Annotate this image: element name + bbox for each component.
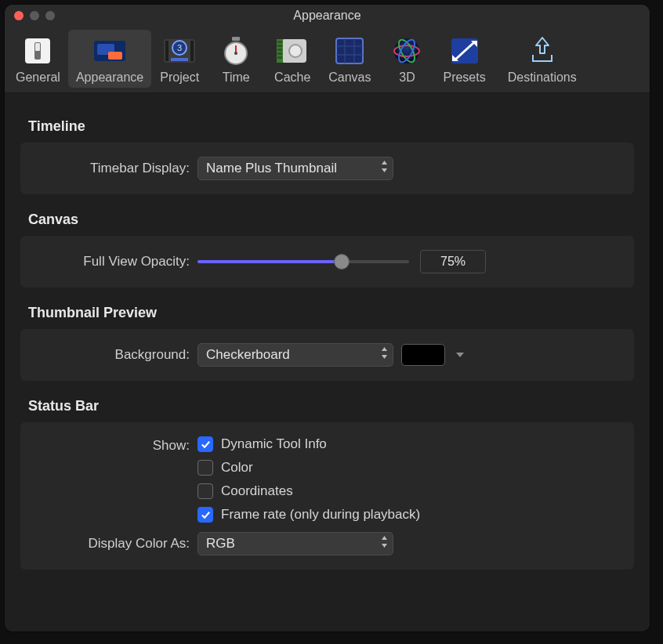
opacity-slider[interactable] bbox=[197, 254, 409, 270]
panel-canvas: Full View Opacity: 75% bbox=[20, 236, 634, 288]
tab-general[interactable]: General bbox=[8, 30, 68, 88]
checkbox-label: Frame rate (only during playback) bbox=[221, 507, 420, 523]
svg-rect-5 bbox=[108, 52, 122, 60]
svg-marker-42 bbox=[382, 536, 387, 540]
preferences-window: Appearance General Appearance 3 Project bbox=[5, 5, 650, 631]
chevron-down-icon[interactable] bbox=[453, 349, 464, 360]
general-icon bbox=[21, 34, 54, 67]
tab-presets[interactable]: Presets bbox=[435, 30, 493, 88]
canvas-icon bbox=[333, 34, 366, 67]
3d-icon bbox=[390, 34, 423, 67]
checkbox-dynamic-tool-info[interactable] bbox=[197, 436, 213, 452]
svg-marker-38 bbox=[382, 168, 387, 172]
svg-rect-18 bbox=[277, 41, 282, 43]
svg-point-23 bbox=[289, 45, 302, 57]
panel-timeline: Timebar Display: Name Plus Thumbnail bbox=[20, 143, 634, 194]
svg-rect-12 bbox=[232, 37, 240, 41]
svg-rect-22 bbox=[277, 56, 282, 59]
tab-appearance[interactable]: Appearance bbox=[68, 30, 151, 88]
svg-rect-8 bbox=[190, 41, 194, 61]
updown-icon bbox=[381, 160, 388, 174]
cache-icon bbox=[276, 34, 309, 67]
tab-3d[interactable]: 3D bbox=[379, 30, 435, 88]
section-title-canvas: Canvas bbox=[28, 212, 634, 228]
tab-label: Time bbox=[223, 71, 250, 85]
titlebar: Appearance bbox=[5, 5, 650, 27]
timebar-display-select[interactable]: Name Plus Thumbnail bbox=[197, 157, 393, 180]
section-title-statusbar: Status Bar bbox=[28, 398, 634, 414]
display-color-select[interactable]: RGB bbox=[197, 532, 393, 555]
select-value: Name Plus Thumbnail bbox=[206, 161, 337, 176]
preferences-toolbar: General Appearance 3 Project Time bbox=[5, 27, 650, 93]
window-title: Appearance bbox=[5, 9, 650, 23]
checkbox-frame-rate[interactable] bbox=[197, 507, 213, 523]
svg-rect-19 bbox=[277, 45, 282, 47]
checkbox-color[interactable] bbox=[197, 460, 213, 476]
svg-marker-40 bbox=[382, 355, 387, 359]
svg-rect-11 bbox=[171, 58, 188, 61]
preferences-content: Timeline Timebar Display: Name Plus Thum… bbox=[5, 93, 650, 631]
tab-label: Presets bbox=[443, 71, 485, 85]
svg-rect-2 bbox=[35, 43, 40, 51]
section-title-thumbnail: Thumbnail Preview bbox=[28, 305, 634, 321]
tab-label: Appearance bbox=[76, 71, 143, 85]
tab-label: Destinations bbox=[508, 71, 577, 85]
checkbox-coordinates[interactable] bbox=[197, 483, 213, 499]
presets-icon bbox=[448, 34, 481, 67]
checkbox-label: Color bbox=[221, 460, 253, 476]
background-label: Background: bbox=[33, 347, 190, 363]
updown-icon bbox=[381, 535, 388, 549]
time-icon bbox=[219, 34, 252, 67]
svg-rect-21 bbox=[277, 52, 282, 55]
svg-text:3: 3 bbox=[177, 43, 182, 52]
opacity-value[interactable]: 75% bbox=[420, 250, 486, 273]
updown-icon bbox=[381, 346, 388, 360]
tab-time[interactable]: Time bbox=[208, 30, 264, 88]
tab-cache[interactable]: Cache bbox=[264, 30, 321, 88]
svg-rect-20 bbox=[277, 49, 282, 51]
svg-point-15 bbox=[234, 52, 237, 55]
tab-label: Cache bbox=[274, 71, 310, 85]
destinations-icon bbox=[526, 34, 559, 67]
tab-label: Canvas bbox=[328, 71, 371, 85]
select-value: RGB bbox=[206, 536, 235, 552]
svg-marker-41 bbox=[456, 353, 464, 357]
show-label: Show: bbox=[33, 438, 190, 454]
tab-label: General bbox=[16, 71, 60, 85]
background-select[interactable]: Checkerboard bbox=[197, 343, 393, 367]
panel-thumbnail: Background: Checkerboard bbox=[20, 329, 634, 381]
tab-destinations[interactable]: Destinations bbox=[500, 30, 585, 88]
tab-project[interactable]: 3 Project bbox=[151, 30, 208, 88]
tab-canvas[interactable]: Canvas bbox=[321, 30, 379, 88]
svg-marker-39 bbox=[382, 347, 387, 351]
section-title-timeline: Timeline bbox=[28, 118, 634, 135]
tab-label: 3D bbox=[399, 71, 415, 85]
checkbox-label: Coordinates bbox=[221, 483, 293, 499]
panel-statusbar: Show: Dynamic Tool Info Color Coo bbox=[20, 422, 634, 570]
svg-marker-37 bbox=[382, 161, 387, 165]
svg-rect-7 bbox=[165, 41, 168, 61]
checkbox-label: Dynamic Tool Info bbox=[221, 436, 327, 452]
opacity-label: Full View Opacity: bbox=[33, 254, 190, 270]
svg-marker-43 bbox=[382, 544, 387, 548]
background-color-well[interactable] bbox=[401, 344, 445, 366]
timebar-display-label: Timebar Display: bbox=[33, 161, 190, 176]
appearance-icon bbox=[93, 34, 126, 67]
project-icon: 3 bbox=[163, 34, 196, 67]
svg-rect-24 bbox=[336, 38, 363, 63]
display-color-label: Display Color As: bbox=[33, 536, 190, 552]
select-value: Checkerboard bbox=[206, 347, 290, 363]
tab-label: Project bbox=[160, 71, 199, 85]
